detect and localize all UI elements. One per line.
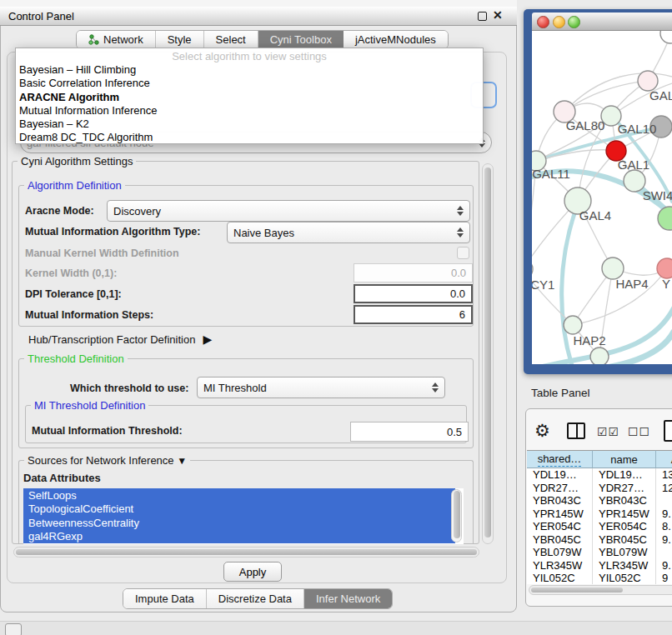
kernel-width-value: 0.0: [451, 267, 466, 279]
apply-button[interactable]: Apply: [223, 562, 282, 582]
table-hscrollbar-thumb[interactable]: [531, 588, 623, 592]
network-node[interactable]: [657, 258, 672, 278]
close-traffic-light[interactable]: [537, 16, 549, 28]
minimize-traffic-light[interactable]: [553, 16, 565, 28]
table-cell[interactable]: YLR345W: [527, 559, 593, 572]
list-item-selected[interactable]: TopologicalCoefficient: [23, 502, 455, 517]
table-cell[interactable]: YDL19…: [593, 468, 656, 482]
tab-select[interactable]: Select: [204, 31, 258, 48]
table-cell[interactable]: YBL079W: [527, 546, 593, 559]
minimized-panel-icon[interactable]: [5, 623, 22, 635]
float-window-icon[interactable]: [478, 12, 487, 21]
tab-cyni-toolbox-label: Cyni Toolbox: [270, 33, 332, 46]
collapsed-arrow-icon[interactable]: ▶: [203, 332, 212, 346]
dpi-tolerance-label: DPI Tolerance [0,1]:: [25, 288, 122, 300]
table-cell[interactable]: 12: [656, 482, 672, 495]
node-labels: GAL GAL80 GAL10 GAL1 GAL11 SWI4 GAL4 GCY…: [532, 88, 672, 348]
table-cell[interactable]: 9: [656, 572, 672, 584]
tab-infer-network[interactable]: Infer Network: [304, 589, 392, 608]
hub-definition-section[interactable]: Hub/Transcription Factor Definition ▶: [28, 332, 212, 346]
algorithm-option[interactable]: Basic Correlation Inference: [16, 77, 483, 90]
network-window-titlebar[interactable]: [532, 12, 672, 31]
table-cell[interactable]: 9.: [656, 508, 672, 521]
algorithm-option-selected[interactable]: ARACNE Algorithm: [16, 91, 483, 104]
table-cell[interactable]: 13: [656, 468, 672, 482]
table-cell[interactable]: YBR043C: [527, 494, 593, 508]
table-cell[interactable]: YER054C: [593, 520, 656, 533]
manual-kernel-checkbox[interactable]: [457, 247, 469, 259]
node-label: GAL10: [618, 122, 657, 136]
mi-steps-field[interactable]: 6: [354, 305, 473, 324]
network-canvas[interactable]: GAL GAL80 GAL10 GAL1 GAL11 SWI4 GAL4 GCY…: [532, 31, 672, 364]
table-cell[interactable]: 8.: [656, 520, 672, 533]
table-cell[interactable]: YDR27…: [593, 482, 656, 495]
document-icon[interactable]: [664, 420, 672, 442]
column-header-name[interactable]: name: [593, 450, 656, 468]
table-cell[interactable]: YDR27…: [527, 482, 593, 495]
tab-cyni-toolbox[interactable]: Cyni Toolbox: [258, 31, 344, 48]
network-node[interactable]: [590, 348, 609, 364]
algorithm-definition-title: Algorithm Definition: [24, 179, 125, 192]
table-hscrollbar[interactable]: [529, 585, 672, 595]
table-cell[interactable]: YER054C: [527, 520, 593, 533]
data-attributes-list: SelfLoops TopologicalCoefficient Between…: [23, 488, 464, 544]
which-threshold-select[interactable]: MI Threshold: [197, 377, 445, 398]
zoom-traffic-light[interactable]: [568, 16, 580, 28]
algorithm-option[interactable]: Bayesian – Hill Climbing: [16, 63, 483, 77]
split-columns-icon[interactable]: [567, 422, 585, 439]
mi-steps-value: 6: [459, 308, 465, 321]
aracne-mode-select[interactable]: Discovery: [107, 200, 470, 222]
table-cell[interactable]: YBR045C: [593, 533, 656, 547]
algorithm-option[interactable]: Bayesian – K2: [16, 118, 483, 131]
table-cell[interactable]: YBL079W: [593, 546, 656, 559]
table-cell[interactable]: YBR045C: [527, 533, 593, 547]
settings-hscrollbar[interactable]: [13, 547, 479, 558]
list-item-selected[interactable]: BetweennessCentrality: [23, 516, 455, 530]
algorithm-dropdown-popup: Select algorithm to view settings Bayesi…: [15, 48, 484, 144]
mi-type-label: Mutual Information Algorithm Type:: [25, 226, 200, 238]
mi-type-select[interactable]: Naive Bayes: [227, 222, 470, 243]
list-vscrollbar[interactable]: [451, 489, 462, 542]
table-cell[interactable]: YBR043C: [593, 494, 656, 508]
tab-discretize-data[interactable]: Discretize Data: [207, 589, 304, 608]
dpi-tolerance-field[interactable]: 0.0: [354, 284, 473, 303]
algorithm-option[interactable]: Mutual Information Inference: [16, 104, 483, 118]
column-header-shared-name[interactable]: shared…: [527, 450, 593, 468]
tab-jactivemnodules[interactable]: jActiveMNodules: [344, 31, 448, 48]
table-cell[interactable]: YLR345W: [593, 559, 656, 572]
table-cell[interactable]: YIL052C: [527, 572, 593, 584]
hub-definition-label: Hub/Transcription Factor Definition: [28, 333, 195, 346]
mi-threshold-field[interactable]: 0.5: [350, 422, 469, 442]
node-hap2[interactable]: [564, 316, 582, 334]
tab-impute-data[interactable]: Impute Data: [123, 589, 207, 608]
settings-vscrollbar-thumb[interactable]: [484, 168, 491, 538]
table-cell[interactable]: YPR145W: [527, 508, 593, 521]
select-all-checkboxes-icon[interactable]: ☑☑: [597, 425, 619, 438]
gear-icon[interactable]: ⚙: [534, 421, 550, 441]
network-node[interactable]: [658, 207, 672, 230]
algorithm-option[interactable]: Dream8 DC_TDC Algorithm: [16, 131, 483, 144]
table-cell[interactable]: [656, 546, 672, 559]
table-cell[interactable]: YIL052C: [593, 572, 656, 584]
table-cell[interactable]: 9.: [656, 559, 672, 572]
expanded-arrow-icon[interactable]: ▼: [177, 455, 187, 467]
close-icon[interactable]: ✕: [493, 8, 503, 22]
data-attributes-label: Data Attributes: [23, 472, 101, 484]
settings-hscrollbar-thumb[interactable]: [16, 549, 477, 555]
table-cell[interactable]: YDL19…: [527, 468, 593, 482]
settings-vscrollbar[interactable]: [482, 163, 494, 544]
deselect-all-checkboxes-icon[interactable]: ☐☐: [628, 425, 650, 438]
list-item-selected[interactable]: SelfLoops: [23, 488, 455, 502]
tab-style[interactable]: Style: [156, 31, 204, 48]
control-panel-titlebar[interactable]: Control Panel: [0, 7, 517, 26]
list-item-selected[interactable]: gal4RGexp: [23, 530, 455, 544]
table-cell[interactable]: YPR145W: [593, 508, 656, 521]
tab-network[interactable]: Network: [77, 31, 156, 48]
column-header-partial[interactable]: A: [656, 450, 672, 468]
network-node[interactable]: [660, 31, 672, 43]
table-cell[interactable]: [656, 494, 672, 508]
list-vscrollbar-thumb[interactable]: [454, 491, 460, 538]
node-gcy1[interactable]: [532, 259, 533, 279]
kernel-width-field[interactable]: 0.0: [354, 263, 473, 282]
table-cell[interactable]: 9.: [656, 533, 672, 547]
